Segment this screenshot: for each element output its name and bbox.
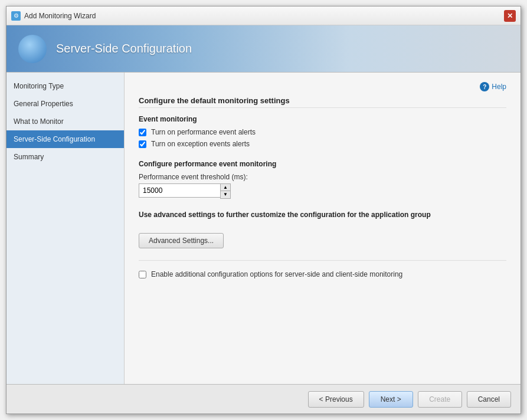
window-icon: ⚙ — [11, 11, 21, 21]
exception-alerts-label: Turn on exception events alerts — [151, 140, 250, 148]
cancel-button[interactable]: Cancel — [467, 391, 511, 408]
sidebar-item-monitoring-type[interactable]: Monitoring Type — [6, 77, 124, 95]
footer: < Previous Next > Create Cancel — [6, 384, 521, 414]
header-title: Server-Side Configuration — [56, 42, 192, 55]
advanced-settings-button[interactable]: Advanced Settings... — [139, 233, 224, 248]
additional-options-label: Enable additional configuration options … — [151, 270, 402, 278]
advanced-settings-section: Use advanced settings to further customi… — [139, 211, 506, 248]
threshold-input-wrapper: ▲ ▼ — [139, 183, 233, 199]
spin-up-button[interactable]: ▲ — [221, 184, 230, 191]
additional-options-checkbox[interactable] — [139, 271, 146, 278]
threshold-input[interactable] — [139, 183, 220, 198]
close-button[interactable]: ✕ — [504, 10, 516, 22]
spin-buttons: ▲ ▼ — [220, 183, 231, 199]
title-bar: ⚙ Add Monitoring Wizard ✕ — [6, 6, 521, 25]
event-monitoring-section: Event monitoring Turn on performance eve… — [139, 115, 506, 148]
divider — [139, 260, 506, 261]
main-content: ? Help Configure the default monitoring … — [125, 73, 521, 384]
spin-down-button[interactable]: ▼ — [221, 191, 230, 198]
additional-options-row: Enable additional configuration options … — [139, 270, 506, 278]
threshold-label: Performance event threshold (ms): — [139, 173, 506, 181]
header-banner: Server-Side Configuration — [6, 25, 521, 73]
sidebar-item-what-to-monitor[interactable]: What to Monitor — [6, 113, 124, 130]
help-icon: ? — [480, 82, 489, 91]
performance-event-section: Configure performance event monitoring P… — [139, 160, 506, 199]
sidebar-item-summary[interactable]: Summary — [6, 148, 124, 166]
sidebar-item-general-properties[interactable]: General Properties — [6, 95, 124, 113]
help-button[interactable]: ? Help — [480, 82, 506, 91]
page-title: Configure the default monitoring setting… — [139, 96, 506, 108]
performance-alerts-label: Turn on performance event alerts — [151, 128, 256, 136]
performance-event-label: Configure performance event monitoring — [139, 160, 506, 168]
help-label: Help — [492, 83, 506, 91]
body: Monitoring Type General Properties What … — [6, 73, 521, 384]
sidebar: Monitoring Type General Properties What … — [6, 73, 125, 384]
sidebar-item-server-side-config[interactable]: Server-Side Configuration — [6, 130, 124, 148]
window-title: Add Monitoring Wizard — [24, 12, 504, 20]
exception-alerts-row: Turn on exception events alerts — [139, 140, 506, 148]
wizard-window: ⚙ Add Monitoring Wizard ✕ Server-Side Co… — [6, 6, 521, 414]
header-icon — [18, 35, 47, 63]
advanced-settings-label: Use advanced settings to further customi… — [139, 211, 506, 219]
help-link-container: ? Help — [139, 82, 506, 91]
performance-alerts-checkbox[interactable] — [139, 129, 146, 136]
create-button[interactable]: Create — [418, 391, 462, 408]
exception-alerts-checkbox[interactable] — [139, 140, 146, 148]
next-button[interactable]: Next > — [369, 391, 413, 408]
previous-button[interactable]: < Previous — [308, 391, 364, 408]
event-monitoring-label: Event monitoring — [139, 115, 506, 123]
performance-alerts-row: Turn on performance event alerts — [139, 128, 506, 136]
